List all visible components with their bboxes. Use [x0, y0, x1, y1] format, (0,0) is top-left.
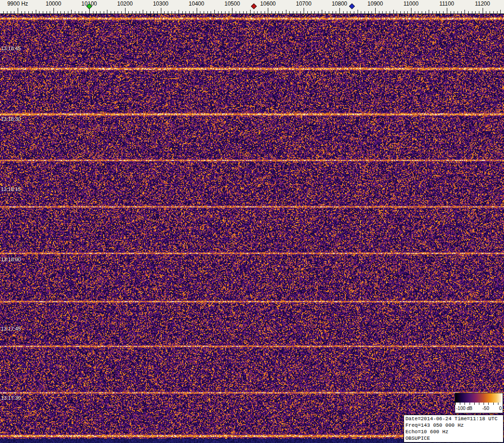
ruler-tick	[418, 11, 418, 13]
freq-tick-label: 11100	[439, 0, 454, 7]
ruler-tick	[164, 11, 165, 13]
ruler-tick	[132, 11, 133, 13]
ruler-tick	[325, 11, 325, 13]
ruler-tick	[265, 11, 265, 13]
ruler-tick	[179, 10, 179, 13]
ruler-tick	[232, 8, 232, 13]
ruler-tick	[128, 11, 129, 13]
ruler-tick	[236, 11, 236, 13]
ruler-tick	[361, 11, 361, 13]
ruler-tick	[221, 11, 222, 13]
ruler-tick	[350, 11, 351, 13]
ruler-tick	[79, 11, 79, 13]
frequency-marker-red-diamond-icon[interactable]	[251, 3, 257, 9]
frequency-marker-blue-diamond-icon[interactable]	[349, 3, 355, 9]
ruler-tick	[332, 11, 333, 13]
ruler-tick	[365, 11, 365, 13]
ruler-tick	[146, 11, 147, 13]
ruler-tick	[172, 11, 172, 13]
ruler-tick	[96, 11, 97, 13]
ruler-tick	[186, 11, 186, 13]
ruler-tick	[64, 11, 65, 13]
ruler-tick	[114, 11, 115, 13]
ruler-tick	[207, 11, 208, 13]
ruler-tick	[311, 11, 312, 13]
ruler-tick	[214, 10, 215, 13]
ruler-tick	[454, 11, 454, 13]
freq-tick-label: 10900	[367, 0, 383, 7]
ruler-tick	[358, 10, 358, 13]
ruler-tick	[68, 11, 68, 13]
ruler-tick	[379, 11, 379, 13]
freq-tick-label: 9900 Hz	[7, 0, 28, 7]
ruler-tick	[225, 11, 225, 13]
ruler-tick	[25, 11, 25, 13]
ruler-tick	[168, 11, 168, 13]
ruler-tick	[318, 11, 318, 13]
ruler-tick	[386, 11, 386, 13]
freq-tick-label: 10700	[296, 0, 312, 7]
ruler-tick	[11, 11, 11, 13]
ruler-tick	[182, 11, 183, 13]
ruler-tick	[39, 11, 40, 13]
ruler-tick	[347, 11, 347, 13]
ruler-tick	[407, 11, 408, 13]
ruler-tick	[246, 11, 247, 13]
ruler-tick	[136, 11, 136, 13]
ruler-tick	[436, 11, 437, 13]
ruler-tick	[497, 11, 497, 13]
ruler-tick	[71, 10, 72, 13]
ruler-tick	[43, 11, 43, 13]
ruler-tick	[57, 11, 58, 13]
ruler-tick	[143, 10, 143, 13]
waterfall-display[interactable]	[0, 14, 504, 443]
time-label: 13:18:15	[1, 186, 21, 192]
info-line-freq: Freq=143 050 000 Hz	[405, 422, 502, 429]
ruler-tick	[375, 8, 376, 13]
ruler-tick	[75, 11, 75, 13]
ruler-tick	[307, 11, 308, 13]
ruler-tick	[458, 11, 458, 13]
ruler-tick	[475, 11, 476, 13]
time-label: 13:18:00	[1, 257, 21, 262]
ruler-tick	[339, 8, 340, 13]
legend-label-mid: -50	[483, 406, 489, 411]
ruler-tick	[432, 11, 433, 13]
ruler-tick	[429, 10, 429, 13]
freq-tick-label: 10000	[46, 0, 61, 7]
ruler-tick	[282, 11, 283, 13]
ruler-tick	[153, 11, 154, 13]
ruler-tick	[150, 11, 151, 13]
ruler-tick	[464, 10, 465, 13]
ruler-tick	[32, 11, 33, 13]
freq-tick-label: 10400	[189, 0, 204, 7]
ruler-tick	[193, 11, 193, 13]
ruler-tick	[500, 10, 501, 13]
legend-label-max: 0	[499, 406, 502, 411]
ruler-tick	[304, 8, 304, 13]
legend-labels: -100 dB -50 0	[455, 405, 503, 412]
legend-label-min: -100 dB	[456, 406, 472, 411]
time-label: 13:18:45	[1, 46, 21, 51]
ruler-tick	[261, 11, 261, 13]
ruler-tick	[254, 11, 254, 13]
time-label: 13:17:45	[1, 326, 21, 331]
ruler-tick	[443, 11, 444, 13]
ruler-tick	[483, 8, 483, 13]
ruler-tick	[425, 11, 426, 13]
frequency-ruler[interactable]: 9900 Hz100001010010200103001040010500106…	[0, 0, 504, 14]
ruler-tick	[393, 10, 394, 13]
time-label: 13:18:30	[1, 116, 21, 122]
ruler-tick	[118, 11, 118, 13]
ruler-tick	[314, 11, 315, 13]
ruler-tick	[286, 10, 286, 13]
ruler-tick	[204, 11, 204, 13]
ruler-tick	[272, 11, 272, 13]
ruler-tick	[297, 11, 297, 13]
ruler-tick	[197, 8, 197, 13]
ruler-tick	[490, 11, 490, 13]
info-box: Date=2014-06-24 Time=11:18 UTC Freq=143 …	[404, 415, 504, 443]
ruler-tick	[46, 11, 47, 13]
ruler-tick	[243, 11, 244, 13]
ruler-tick	[439, 11, 440, 13]
